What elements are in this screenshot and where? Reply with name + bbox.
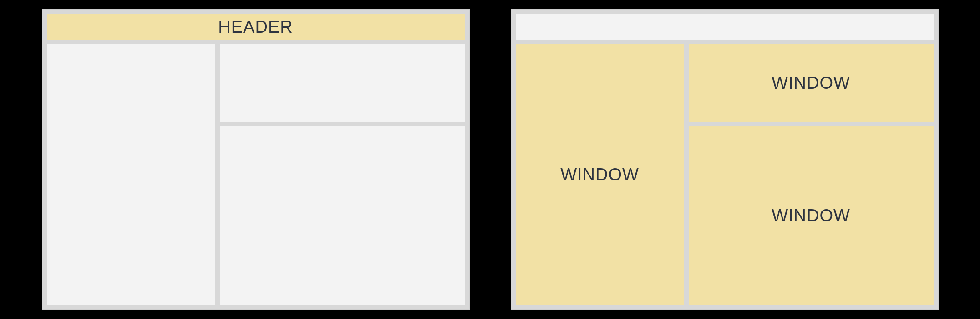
left-column xyxy=(47,44,215,305)
header-bar: HEADER xyxy=(47,14,465,40)
body-row xyxy=(47,44,465,305)
left-pane xyxy=(47,44,215,305)
right-column: WINDOW WINDOW xyxy=(689,44,934,305)
bottom-right-pane xyxy=(220,126,465,305)
header-bar xyxy=(516,14,934,40)
left-column: WINDOW xyxy=(516,44,684,305)
bottom-right-pane: WINDOW xyxy=(689,126,934,305)
top-right-pane xyxy=(220,44,465,122)
left-pane: WINDOW xyxy=(516,44,684,305)
layout-frame-header-highlight: HEADER xyxy=(42,9,470,310)
layout-frame-windows-highlight: WINDOW WINDOW WINDOW xyxy=(511,9,939,310)
top-right-pane: WINDOW xyxy=(689,44,934,122)
body-row: WINDOW WINDOW WINDOW xyxy=(516,44,934,305)
right-column xyxy=(220,44,465,305)
